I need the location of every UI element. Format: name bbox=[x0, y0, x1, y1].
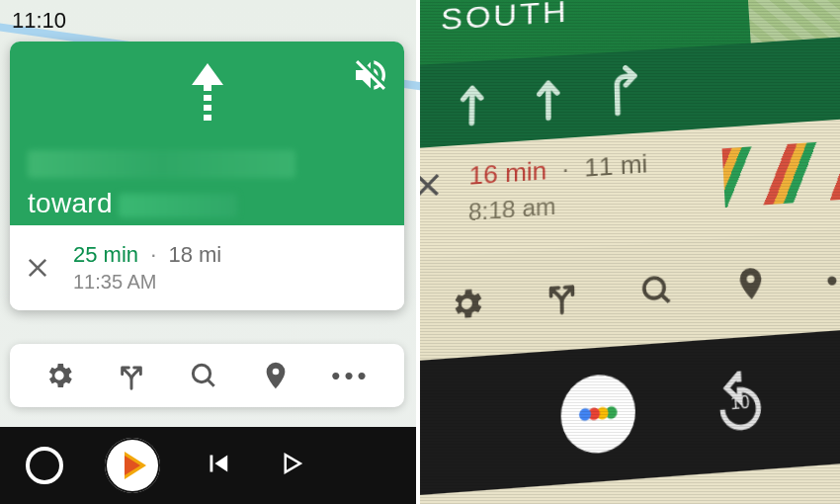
replay-10-button[interactable]: 10 bbox=[708, 369, 773, 438]
navigation-card: toward 25 min · 18 mi 11:35 AM bbox=[10, 42, 404, 310]
overview-button[interactable] bbox=[26, 447, 63, 484]
close-icon[interactable] bbox=[24, 254, 51, 282]
eta-time: 16 min bbox=[468, 156, 546, 191]
system-nav-bar bbox=[0, 427, 416, 504]
gear-icon[interactable] bbox=[448, 284, 485, 328]
previous-track-button[interactable] bbox=[202, 447, 235, 484]
eta-text: 25 min · 18 mi 11:35 AM bbox=[73, 240, 221, 296]
direction-panel[interactable]: toward bbox=[10, 42, 404, 225]
eta-arrival: 11:35 AM bbox=[73, 269, 221, 295]
svg-point-0 bbox=[193, 365, 210, 381]
phone-panel: 11:10 toward 25 min · 18 mi 11:35 AM bbox=[0, 0, 420, 504]
direction-toward-label: toward bbox=[28, 188, 237, 219]
eta-distance: 18 mi bbox=[168, 242, 221, 267]
assistant-icon bbox=[574, 387, 622, 440]
car-display-panel: SOUTH 16 min · 11 mi 8:18 am bbox=[420, 0, 840, 504]
pin-icon[interactable] bbox=[260, 360, 292, 391]
route-fork-icon[interactable] bbox=[116, 360, 147, 391]
replay-seconds-label: 10 bbox=[708, 369, 773, 438]
play-button[interactable] bbox=[277, 449, 306, 482]
eta-bar[interactable]: 25 min · 18 mi 11:35 AM bbox=[10, 225, 404, 310]
lane-right-turn-icon bbox=[602, 59, 646, 119]
mute-icon[interactable] bbox=[351, 55, 390, 95]
close-icon[interactable] bbox=[420, 168, 445, 204]
pin-icon[interactable] bbox=[731, 264, 771, 308]
lane-straight-icon bbox=[527, 64, 570, 124]
eta-time: 25 min bbox=[73, 242, 138, 267]
traffic-indicator bbox=[722, 140, 840, 209]
more-icon[interactable]: ••• bbox=[825, 261, 840, 297]
play-music-icon bbox=[125, 452, 146, 479]
redacted-street-name bbox=[28, 150, 295, 178]
route-fork-icon[interactable] bbox=[544, 277, 581, 321]
more-icon[interactable]: ••• bbox=[331, 363, 370, 388]
redacted-destination bbox=[119, 194, 237, 217]
lane-straight-icon bbox=[450, 69, 493, 128]
search-icon[interactable] bbox=[188, 360, 219, 391]
music-app-button[interactable] bbox=[105, 438, 160, 493]
assistant-button[interactable] bbox=[560, 373, 636, 457]
search-icon[interactable] bbox=[637, 271, 676, 315]
gear-icon[interactable] bbox=[43, 360, 75, 391]
straight-arrow-icon bbox=[188, 63, 227, 123]
map-toolbar: ••• bbox=[10, 344, 404, 407]
eta-text: 16 min · 11 mi 8:18 am bbox=[468, 146, 649, 230]
status-bar-clock: 11:10 bbox=[12, 8, 66, 34]
eta-distance: 11 mi bbox=[584, 149, 648, 183]
svg-point-1 bbox=[643, 278, 664, 299]
